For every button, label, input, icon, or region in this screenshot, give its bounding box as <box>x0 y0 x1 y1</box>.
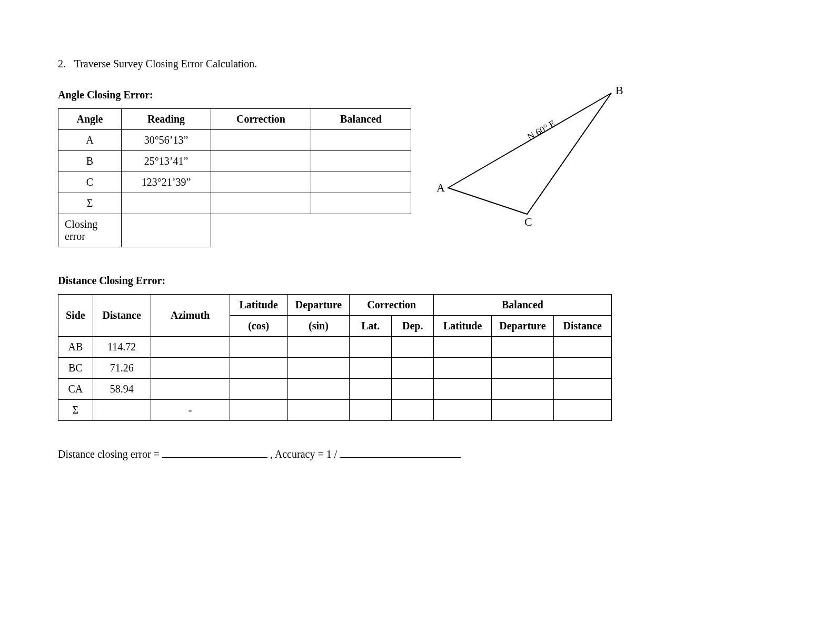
header-correction: Correction <box>211 109 311 130</box>
cell-lat <box>230 379 287 400</box>
cell-lat <box>230 337 287 358</box>
angle-section-heading: Angle Closing Error: <box>58 89 411 101</box>
cell-dep <box>287 337 350 358</box>
cell-balanced <box>311 172 411 193</box>
cell-bdep <box>492 379 554 400</box>
cell-bdep <box>492 337 554 358</box>
cell-angle: B <box>58 151 122 172</box>
cell-cordep <box>392 337 434 358</box>
cell-angle: A <box>58 130 122 151</box>
cell-bdist <box>553 400 611 421</box>
cell-blat <box>434 400 492 421</box>
cell-bdep <box>492 358 554 379</box>
cell-corlat <box>350 379 392 400</box>
header-departure: Departure <box>287 295 350 316</box>
cell-side: AB <box>58 337 93 358</box>
cell-correction <box>211 151 311 172</box>
svg-marker-0 <box>448 93 611 214</box>
cell-blat <box>434 358 492 379</box>
cell-corlat <box>350 337 392 358</box>
cell-side: BC <box>58 358 93 379</box>
cell-azimuth: - <box>151 400 230 421</box>
cell-cordep <box>392 400 434 421</box>
subheader-bal-lat: Latitude <box>434 316 492 337</box>
triangle-diagram: A B C N 60° E <box>432 83 632 230</box>
vertex-label-b: B <box>615 84 623 97</box>
cell-lat <box>230 400 287 421</box>
vertex-label-a: A <box>436 181 445 194</box>
table-row: B 25°13’41” <box>58 151 411 172</box>
header-latitude: Latitude <box>230 295 287 316</box>
cell-distance: 58.94 <box>93 379 151 400</box>
table-header-row: Angle Reading Correction Balanced <box>58 109 411 130</box>
table-row: AB 114.72 <box>58 337 612 358</box>
subheader-bal-dist: Distance <box>553 316 611 337</box>
table-row: Σ - <box>58 400 612 421</box>
angle-closing-table: Angle Reading Correction Balanced A 30°5… <box>58 108 411 247</box>
cell-cordep <box>392 379 434 400</box>
cell-reading <box>122 193 211 214</box>
table-header-row: Side Distance Azimuth Latitude Departure… <box>58 295 612 316</box>
footer-line: Distance closing error = , Accuracy = 1 … <box>58 447 781 460</box>
accuracy-blank <box>340 447 461 458</box>
cell-lat <box>230 358 287 379</box>
header-side: Side <box>58 295 93 337</box>
distance-closing-error-blank <box>162 447 267 458</box>
subheader-dep-sin: (sin) <box>287 316 350 337</box>
empty-cell <box>311 214 411 247</box>
cell-balanced <box>311 193 411 214</box>
header-balanced: Balanced <box>311 109 411 130</box>
cell-bdep <box>492 400 554 421</box>
cell-angle: Σ <box>58 193 122 214</box>
cell-dep <box>287 379 350 400</box>
triangle-svg: A B C N 60° E <box>432 83 632 230</box>
cell-distance <box>93 400 151 421</box>
closing-error-value <box>122 214 211 247</box>
distance-section-heading: Distance Closing Error: <box>58 275 781 287</box>
cell-side: Σ <box>58 400 93 421</box>
subheader-cor-lat: Lat. <box>350 316 392 337</box>
cell-azimuth <box>151 358 230 379</box>
table-row: C 123°21’39” <box>58 172 411 193</box>
bearing-label: N 60° E <box>525 118 557 142</box>
problem-title: 2. Traverse Survey Closing Error Calcula… <box>58 58 781 70</box>
table-row: Σ <box>58 193 411 214</box>
cell-bdist <box>553 379 611 400</box>
vertex-label-c: C <box>524 215 532 228</box>
cell-correction <box>211 172 311 193</box>
cell-distance: 114.72 <box>93 337 151 358</box>
accuracy-label: , Accuracy = 1 / <box>270 448 340 460</box>
cell-blat <box>434 379 492 400</box>
cell-cordep <box>392 358 434 379</box>
cell-blat <box>434 337 492 358</box>
cell-corlat <box>350 400 392 421</box>
subheader-bal-dep: Departure <box>492 316 554 337</box>
cell-dep <box>287 400 350 421</box>
cell-angle: C <box>58 172 122 193</box>
cell-correction <box>211 193 311 214</box>
table-row: A 30°56’13” <box>58 130 411 151</box>
closing-error-row: Closing error <box>58 214 411 247</box>
cell-bdist <box>553 337 611 358</box>
cell-balanced <box>311 151 411 172</box>
problem-number: 2. <box>58 58 72 70</box>
header-correction: Correction <box>350 295 434 316</box>
cell-bdist <box>553 358 611 379</box>
subheader-cor-dep: Dep. <box>392 316 434 337</box>
cell-azimuth <box>151 379 230 400</box>
cell-side: CA <box>58 379 93 400</box>
problem-text: Traverse Survey Closing Error Calculatio… <box>74 58 257 69</box>
cell-reading: 123°21’39” <box>122 172 211 193</box>
empty-cell <box>211 214 311 247</box>
subheader-lat-cos: (cos) <box>230 316 287 337</box>
header-angle: Angle <box>58 109 122 130</box>
distance-closing-table: Side Distance Azimuth Latitude Departure… <box>58 294 612 421</box>
header-azimuth: Azimuth <box>151 295 230 337</box>
cell-dep <box>287 358 350 379</box>
distance-closing-error-label: Distance closing error = <box>58 448 162 460</box>
header-distance: Distance <box>93 295 151 337</box>
cell-corlat <box>350 358 392 379</box>
cell-distance: 71.26 <box>93 358 151 379</box>
cell-balanced <box>311 130 411 151</box>
closing-error-label: Closing error <box>58 214 122 247</box>
